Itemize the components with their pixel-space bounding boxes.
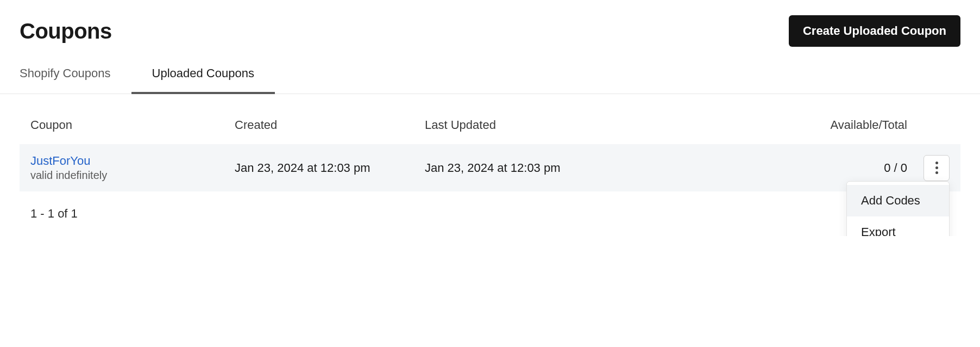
coupon-validity-label: valid indefinitely (30, 169, 235, 182)
coupon-updated-value: Jan 23, 2024 at 12:03 pm (425, 161, 658, 175)
page-title: Coupons (20, 19, 112, 44)
coupon-available-value: 0 / 0 (658, 161, 917, 175)
tabs: Shopify Coupons Uploaded Coupons (0, 47, 980, 94)
column-header-coupon: Coupon (30, 118, 235, 132)
menu-item-export[interactable]: Export (847, 216, 949, 236)
column-header-created: Created (235, 118, 425, 132)
menu-item-add-codes[interactable]: Add Codes (847, 185, 949, 216)
kebab-icon (935, 162, 938, 174)
column-header-actions (917, 118, 950, 132)
create-uploaded-coupon-button[interactable]: Create Uploaded Coupon (789, 15, 960, 47)
row-actions-menu: Add Codes Export Delete (846, 181, 950, 236)
row-actions-button[interactable] (924, 155, 950, 181)
coupon-created-value: Jan 23, 2024 at 12:03 pm (235, 161, 425, 175)
tab-uploaded-coupons[interactable]: Uploaded Coupons (152, 66, 254, 94)
table-row: JustForYou valid indefinitely Jan 23, 20… (20, 144, 960, 191)
column-header-available: Available/Total (658, 118, 917, 132)
tab-shopify-coupons[interactable]: Shopify Coupons (20, 66, 111, 94)
column-header-updated: Last Updated (425, 118, 658, 132)
table-header-row: Coupon Created Last Updated Available/To… (20, 94, 960, 144)
pagination-label: 1 - 1 of 1 (20, 191, 960, 236)
coupon-name-link[interactable]: JustForYou (30, 154, 235, 168)
